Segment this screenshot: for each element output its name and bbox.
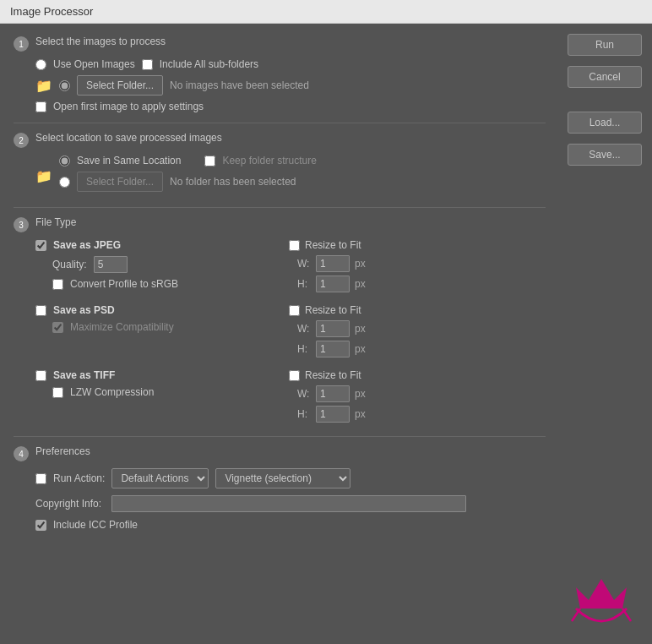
open-first-checkbox[interactable] <box>35 101 46 112</box>
select-save-folder-radio[interactable] <box>59 177 70 188</box>
psd-section: Save as PSD Maximize Compatibility <box>35 304 546 361</box>
h-input-psd[interactable] <box>316 341 350 357</box>
w-label-jpeg: W: <box>297 258 311 270</box>
copyright-input[interactable] <box>111 495 466 512</box>
folder-icon-2: 📁 <box>35 168 52 184</box>
no-folder-message: No folder has been selected <box>170 176 296 188</box>
step-1-circle: 1 <box>14 36 29 52</box>
quality-label: Quality: <box>52 259 87 270</box>
h-label-jpeg: H: <box>297 278 311 290</box>
maximize-compat-label: Maximize Compatibility <box>70 321 174 333</box>
step-3-circle: 3 <box>14 217 29 232</box>
save-tiff-label: Save as TIFF <box>53 369 115 381</box>
use-open-images-label: Use Open Images <box>53 58 135 70</box>
run-action-checkbox[interactable] <box>35 473 46 484</box>
cancel-button[interactable]: Cancel <box>568 66 642 88</box>
lzw-label: LZW Compression <box>70 386 154 398</box>
section-3: 3 File Type Save as JPEG Quality: <box>14 216 546 426</box>
keep-folder-checkbox[interactable] <box>204 156 215 166</box>
lzw-checkbox[interactable] <box>52 387 63 398</box>
keep-folder-label: Keep folder structure <box>222 155 316 166</box>
px-label-h-psd: px <box>355 343 366 355</box>
logo-area <box>568 537 644 632</box>
save-same-radio[interactable] <box>59 156 70 166</box>
h-label-tiff: H: <box>297 408 311 420</box>
save-psd-label: Save as PSD <box>53 304 115 316</box>
h-input-tiff[interactable] <box>316 406 350 423</box>
ps-logo-icon <box>568 570 635 630</box>
title-bar: Image Processor <box>0 0 652 24</box>
maximize-compat-checkbox[interactable] <box>52 322 63 333</box>
save-psd-checkbox[interactable] <box>35 305 46 316</box>
h-label-psd: H: <box>297 343 311 355</box>
px-label-h-tiff: px <box>355 408 366 420</box>
convert-profile-label: Convert Profile to sRGB <box>70 278 178 290</box>
include-icc-checkbox[interactable] <box>35 520 46 531</box>
svg-line-1 <box>622 609 631 621</box>
h-input-jpeg[interactable] <box>316 276 350 292</box>
w-input-jpeg[interactable] <box>316 255 350 272</box>
section-4: 4 Preferences Run Action: Default Action… <box>14 445 546 531</box>
convert-profile-checkbox[interactable] <box>52 279 63 290</box>
px-label-w-psd: px <box>355 323 366 335</box>
no-images-message: No images have been selected <box>170 79 309 91</box>
right-panel: Run Cancel Load... Save... <box>559 24 652 642</box>
w-label-psd: W: <box>297 323 311 335</box>
step-3-title: File Type <box>35 216 76 228</box>
resize-psd-label: Resize to Fit <box>305 304 361 316</box>
vignette-select[interactable]: Vignette (selection) Option 2 <box>215 468 350 488</box>
step-2-circle: 2 <box>14 133 29 148</box>
jpeg-section: Save as JPEG Quality: Convert Profile to… <box>35 239 546 296</box>
copyright-label: Copyright Info: <box>35 498 101 510</box>
use-open-images-radio[interactable] <box>35 59 46 70</box>
px-label-w-jpeg: px <box>355 258 366 270</box>
select-folder-button[interactable]: Select Folder... <box>77 75 163 96</box>
folder-icon: 📁 <box>35 78 52 94</box>
step-4-title: Preferences <box>35 445 90 457</box>
px-label-h-jpeg: px <box>355 278 366 290</box>
px-label-w-tiff: px <box>355 388 366 400</box>
section-2: 2 Select location to save processed imag… <box>14 132 546 197</box>
run-action-label: Run Action: <box>53 472 105 484</box>
w-label-tiff: W: <box>297 388 311 400</box>
include-icc-label: Include ICC Profile <box>53 519 138 531</box>
w-input-tiff[interactable] <box>316 385 350 402</box>
save-button[interactable]: Save... <box>568 144 642 166</box>
save-jpeg-checkbox[interactable] <box>35 240 46 251</box>
resize-tiff-checkbox[interactable] <box>289 370 300 381</box>
app-title: Image Processor <box>10 5 93 18</box>
save-tiff-checkbox[interactable] <box>35 370 46 381</box>
svg-line-0 <box>572 609 580 621</box>
section-1: 1 Select the images to process Use Open … <box>14 35 546 112</box>
resize-psd-checkbox[interactable] <box>289 305 300 316</box>
resize-tiff-label: Resize to Fit <box>305 369 361 381</box>
save-same-label: Save in Same Location <box>77 155 181 166</box>
step-4-circle: 4 <box>14 446 29 461</box>
save-jpeg-label: Save as JPEG <box>53 239 121 251</box>
select-folder-radio[interactable] <box>59 80 70 91</box>
tiff-section: Save as TIFF LZW Compression Resiz <box>35 369 546 426</box>
include-subfolders-label: Include All sub-folders <box>160 58 258 70</box>
step-2-title: Select location to save processed images <box>35 132 222 144</box>
select-save-folder-button[interactable]: Select Folder... <box>77 172 163 192</box>
load-button[interactable]: Load... <box>568 112 642 134</box>
include-subfolders-checkbox[interactable] <box>142 59 153 70</box>
run-button[interactable]: Run <box>568 34 642 56</box>
resize-jpeg-checkbox[interactable] <box>289 240 300 251</box>
action-select[interactable]: Default Actions Actions Set 2 <box>111 468 209 488</box>
resize-jpeg-label: Resize to Fit <box>305 239 361 251</box>
quality-input[interactable] <box>94 256 128 273</box>
open-first-label: Open first image to apply settings <box>53 101 204 112</box>
step-1-title: Select the images to process <box>35 35 166 47</box>
w-input-psd[interactable] <box>316 320 350 337</box>
